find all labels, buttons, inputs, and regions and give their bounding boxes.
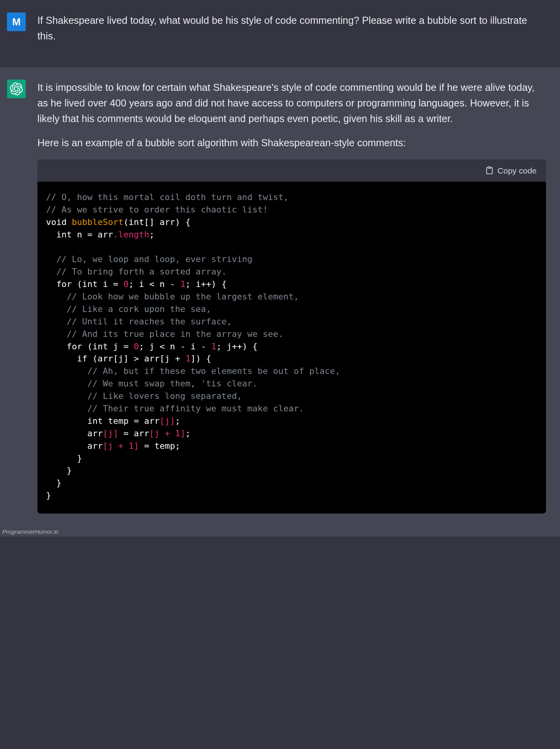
code-block: Copy code // O, how this mortal coil dot… xyxy=(37,159,546,513)
openai-logo-icon xyxy=(10,82,23,96)
assistant-paragraph-1: It is impossible to know for certain wha… xyxy=(37,80,546,127)
user-message-text: If Shakespeare lived today, what would b… xyxy=(37,12,546,44)
assistant-message-content: It is impossible to know for certain wha… xyxy=(37,80,553,514)
user-message-row: M If Shakespeare lived today, what would… xyxy=(0,0,560,67)
assistant-message-row: It is impossible to know for certain wha… xyxy=(0,67,560,528)
svg-rect-0 xyxy=(488,167,491,168)
copy-code-button[interactable]: Copy code xyxy=(485,164,537,177)
code-content[interactable]: // O, how this mortal coil doth turn and… xyxy=(37,182,546,513)
assistant-paragraph-2: Here is an example of a bubble sort algo… xyxy=(37,135,546,151)
user-message-content: If Shakespeare lived today, what would b… xyxy=(37,12,553,53)
watermark: ProgrammerHumor.io xyxy=(0,528,560,537)
copy-code-label: Copy code xyxy=(498,164,537,177)
code-block-header: Copy code xyxy=(37,159,546,182)
assistant-avatar xyxy=(7,80,26,98)
user-avatar-letter: M xyxy=(12,16,21,28)
user-avatar: M xyxy=(7,12,26,31)
clipboard-icon xyxy=(485,166,494,175)
